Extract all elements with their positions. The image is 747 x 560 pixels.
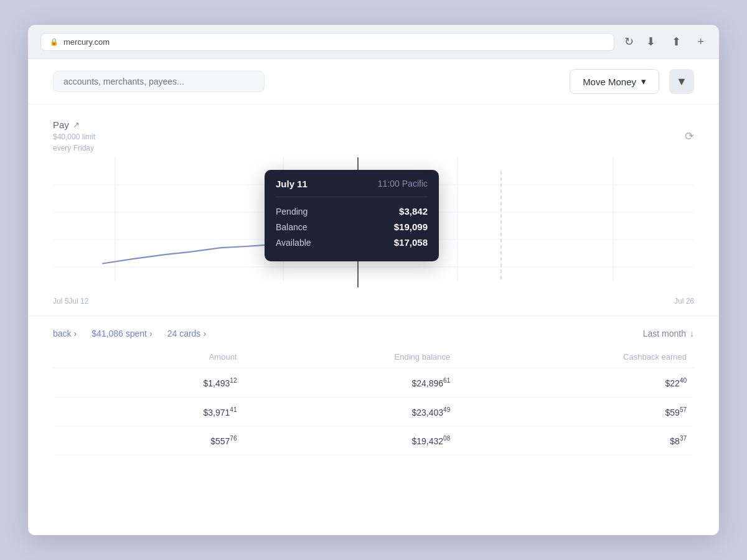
tooltip-value-available: $17,058 — [394, 237, 428, 248]
share-button[interactable]: ⬆ — [669, 32, 684, 51]
chevron-down-icon: ▾ — [641, 76, 646, 87]
browser-window: 🔒 mercury.com ↻ ⬇ ⬆ + Move Money ▾ ▼ — [28, 25, 719, 535]
download-arrow-button[interactable]: ▼ — [669, 69, 694, 94]
spent-amount: $41,086 spent — [92, 329, 147, 338]
move-money-button[interactable]: Move Money ▾ — [570, 69, 659, 94]
col-header-cashback: Cashback earned — [458, 348, 694, 368]
tooltip-value-balance: $19,099 — [394, 222, 428, 232]
row-2-ending-balance: $23,40349 — [244, 397, 458, 426]
table-header: Amount Ending balance Cashback earned — [53, 348, 694, 368]
row-1-ending-balance: $24,89661 — [244, 368, 458, 398]
col-header-ending-balance: Ending balance — [244, 348, 458, 368]
row-1-amount: $1,49312 — [98, 368, 244, 398]
spent-link[interactable]: $41,086 spent › — [92, 329, 152, 338]
cashback-label: back — [53, 329, 72, 338]
last-month-filter-button[interactable]: Last month ↓ — [643, 329, 694, 338]
cashback-link[interactable]: back › — [53, 329, 77, 338]
col-header-name — [53, 348, 98, 368]
col-header-amount: Amount — [98, 348, 244, 368]
pay-label: Pay ↗ — [53, 119, 95, 130]
lock-icon: 🔒 — [50, 38, 59, 46]
top-bar-actions: Move Money ▾ ▼ — [570, 69, 694, 94]
last-month-label: Last month — [643, 329, 686, 338]
table-section: back › $41,086 spent › 24 cards › — [28, 316, 719, 535]
tooltip-label-pending: Pending — [276, 207, 308, 217]
chart-header: Pay ↗ $40,000 limit every Friday ⟳ — [53, 119, 694, 152]
table-row[interactable]: $3,97141 $23,40349 $5957 — [53, 397, 694, 426]
recurrence-label: every Friday — [53, 144, 95, 152]
row-2-name — [53, 397, 98, 426]
tooltip-label-available: Available — [276, 238, 311, 248]
tooltip-value-pending: $3,842 — [399, 206, 428, 217]
x-label-jul26: Jul 26 — [674, 297, 694, 306]
chart-container: July 11 11:00 Pacific Pending $3,842 Bal… — [53, 157, 694, 294]
chart-left-info: Pay ↗ $40,000 limit every Friday — [53, 119, 95, 152]
url-text: mercury.com — [63, 37, 110, 47]
top-bar: Move Money ▾ ▼ — [28, 59, 719, 105]
chart-section: Pay ↗ $40,000 limit every Friday ⟳ — [28, 105, 719, 316]
chart-tooltip: July 11 11:00 Pacific Pending $3,842 Bal… — [265, 170, 439, 261]
send-icon: ↗ — [73, 120, 80, 129]
chart-x-labels: Jul 5 Jul 12 Jul 26 — [53, 294, 694, 306]
filter-arrow-icon: ↓ — [690, 329, 694, 338]
chart-refresh-button[interactable]: ⟳ — [685, 129, 694, 143]
cashback-summary[interactable]: back › — [53, 329, 77, 338]
browser-actions: ⬇ ⬆ + — [644, 32, 707, 51]
tooltip-date: July 11 — [276, 179, 308, 189]
address-bar[interactable]: 🔒 mercury.com — [40, 33, 614, 51]
x-label-jul12: Jul 12 — [68, 297, 88, 306]
move-money-label: Move Money — [583, 77, 636, 87]
spent-summary[interactable]: $41,086 spent › — [92, 329, 152, 338]
limit-label: $40,000 limit — [53, 133, 95, 141]
row-1-cashback: $2240 — [458, 368, 694, 398]
main-area: Pay ↗ $40,000 limit every Friday ⟳ — [28, 105, 719, 535]
cashback-arrow: › — [74, 329, 77, 338]
cards-link[interactable]: 24 cards › — [167, 329, 206, 338]
cards-count: 24 cards — [167, 329, 201, 338]
tooltip-label-balance: Balance — [276, 222, 308, 232]
spent-arrow: › — [149, 329, 153, 338]
row-1-name — [53, 368, 98, 398]
download-button[interactable]: ⬇ — [644, 32, 658, 51]
tooltip-row-available: Available $17,058 — [276, 237, 428, 248]
x-label-jul5: Jul 5 — [53, 297, 68, 306]
cards-summary[interactable]: 24 cards › — [167, 329, 206, 338]
tooltip-row-balance: Balance $19,099 — [276, 222, 428, 232]
row-3-amount: $55776 — [98, 426, 244, 455]
cards-arrow: › — [203, 329, 206, 338]
row-3-ending-balance: $19,43208 — [244, 426, 458, 455]
summary-bar: back › $41,086 spent › 24 cards › — [53, 329, 694, 338]
app-content: Move Money ▾ ▼ Pay ↗ $40,000 limit ev — [28, 59, 719, 535]
new-tab-button[interactable]: + — [695, 33, 707, 51]
tooltip-time: 11:00 Pacific — [378, 179, 428, 189]
reload-button[interactable]: ↻ — [622, 32, 636, 51]
row-2-cashback: $5957 — [458, 397, 694, 426]
row-2-amount: $3,97141 — [98, 397, 244, 426]
row-3-cashback: $837 — [458, 426, 694, 455]
row-3-name — [53, 426, 98, 455]
data-table: Amount Ending balance Cashback earned — [53, 348, 694, 455]
table-row[interactable]: $55776 $19,43208 $837 — [53, 426, 694, 455]
tooltip-header: July 11 11:00 Pacific — [276, 179, 428, 197]
table-header-row: Amount Ending balance Cashback earned — [53, 348, 694, 368]
browser-toolbar: 🔒 mercury.com ↻ ⬇ ⬆ + — [28, 25, 719, 59]
search-input[interactable] — [53, 71, 265, 92]
tooltip-row-pending: Pending $3,842 — [276, 206, 428, 217]
table-body: $1,49312 $24,89661 $2240 — [53, 368, 694, 455]
table-row[interactable]: $1,49312 $24,89661 $2240 — [53, 368, 694, 398]
